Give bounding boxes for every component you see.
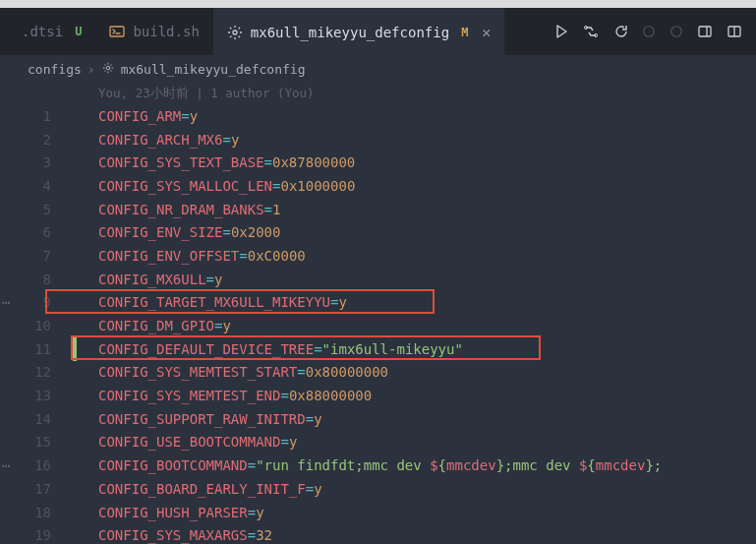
toggle-side-icon[interactable] (697, 24, 713, 39)
breadcrumb[interactable]: configs › mx6ull_mikeyyu_defconfig (0, 55, 756, 83)
code-text: CONFIG_ENV_OFFSET=0xC0000 (73, 248, 306, 264)
code-line[interactable]: 13CONFIG_SYS_MEMTEST_END=0x88000000 (0, 384, 756, 407)
line-number: 16 (0, 457, 73, 473)
diff-marker (73, 337, 77, 361)
svg-rect-6 (699, 27, 711, 36)
line-number: 15 (0, 434, 73, 450)
line-number: 10 (0, 318, 73, 333)
breadcrumb-segment: configs (28, 62, 82, 77)
code-editor[interactable]: 1CONFIG_ARM=y2CONFIG_ARCH_MX6=y3CONFIG_S… (0, 104, 756, 544)
terminal-icon (109, 24, 125, 39)
code-line[interactable]: 8CONFIG_MX6ULL=y (0, 268, 756, 291)
next-change-icon[interactable] (669, 25, 683, 38)
code-line[interactable]: 12CONFIG_SYS_MEMTEST_START=0x80000000 (0, 361, 756, 385)
svg-point-10 (106, 66, 110, 70)
line-number: 17 (0, 481, 73, 497)
code-text: CONFIG_SYS_MEMTEST_START=0x80000000 (73, 364, 388, 380)
code-line[interactable]: 19CONFIG_SYS_MAXARGS=32 (0, 523, 756, 544)
code-text: CONFIG_BOOTCOMMAND="run findfdt;mmc dev … (73, 457, 662, 473)
code-text: CONFIG_USE_BOOTCOMMAND=y (73, 434, 297, 450)
line-number: 6 (0, 224, 73, 240)
line-number: 18 (0, 505, 73, 520)
code-text: CONFIG_ARCH_MX6=y (73, 132, 239, 148)
tab-build-sh[interactable]: build.sh (95, 8, 212, 55)
svg-point-1 (233, 30, 237, 34)
code-text: CONFIG_NR_DRAM_BANKS=1 (73, 202, 280, 217)
tab-label: .dtsi (22, 24, 63, 39)
code-line[interactable]: 17CONFIG_BOARD_EARLY_INIT_F=y (0, 477, 756, 501)
tab-label: build.sh (133, 24, 199, 39)
svg-rect-0 (110, 27, 124, 36)
diff-icon[interactable] (583, 24, 599, 39)
line-number: 7 (0, 248, 73, 264)
run-icon[interactable] (553, 24, 569, 39)
svg-point-4 (644, 27, 655, 37)
code-line[interactable]: 2CONFIG_ARCH_MX6=y (0, 128, 756, 151)
line-number: 9 (0, 294, 73, 310)
code-text: CONFIG_SYS_MALLOC_LEN=0x1000000 (73, 178, 355, 194)
tab-label: mx6ull_mikeyyu_defconfig (251, 25, 449, 40)
code-text: CONFIG_HUSH_PARSER=y (73, 505, 264, 520)
code-text: CONFIG_BOARD_EARLY_INIT_F=y (73, 481, 322, 497)
line-number: 11 (0, 341, 73, 357)
tab-status-modified: M (461, 26, 468, 39)
collapse-indicator-icon[interactable]: ⋯ (2, 457, 10, 473)
window-titlebar (0, 0, 756, 8)
code-line[interactable]: 11CONFIG_DEFAULT_DEVICE_TREE="imx6ull-mi… (0, 337, 756, 361)
code-text: CONFIG_SUPPORT_RAW_INITRD=y (73, 411, 322, 427)
revert-icon[interactable] (612, 24, 628, 39)
line-number: 4 (0, 178, 73, 194)
code-text: CONFIG_SYS_MEMTEST_END=0x88000000 (73, 388, 372, 403)
code-line[interactable]: ⋯9CONFIG_TARGET_MX6ULL_MIKEYYU=y (0, 291, 756, 315)
code-line[interactable]: 5CONFIG_NR_DRAM_BANKS=1 (0, 198, 756, 221)
line-number: 13 (0, 388, 73, 403)
gear-icon (101, 61, 115, 78)
code-line[interactable]: 4CONFIG_SYS_MALLOC_LEN=0x1000000 (0, 174, 756, 198)
chevron-right-icon: › (87, 62, 95, 77)
code-line[interactable]: 1CONFIG_ARM=y (0, 104, 756, 128)
line-number: 8 (0, 272, 73, 287)
line-number: 1 (0, 108, 73, 124)
close-icon[interactable]: ✕ (482, 24, 491, 41)
code-line[interactable]: 18CONFIG_HUSH_PARSER=y (0, 501, 756, 524)
code-line[interactable]: 14CONFIG_SUPPORT_RAW_INITRD=y (0, 407, 756, 431)
code-text: CONFIG_DM_GPIO=y (73, 318, 231, 333)
code-text: CONFIG_SYS_TEXT_BASE=0x87800000 (73, 154, 355, 170)
editor-actions (553, 24, 748, 39)
tab-dtsi[interactable]: .dtsi U (8, 8, 95, 55)
code-text: CONFIG_TARGET_MX6ULL_MIKEYYU=y (73, 294, 347, 310)
prev-change-icon[interactable] (642, 25, 656, 38)
line-number: 2 (0, 132, 73, 148)
code-line[interactable]: ⋯16CONFIG_BOOTCOMMAND="run findfdt;mmc d… (0, 453, 756, 477)
code-text: CONFIG_ENV_SIZE=0x2000 (73, 224, 280, 240)
code-line[interactable]: 10CONFIG_DM_GPIO=y (0, 314, 756, 337)
collapse-indicator-icon[interactable]: ⋯ (2, 294, 10, 310)
git-blame-annotation: You, 23小时前 | 1 author (You) (0, 83, 756, 104)
code-line[interactable]: 7CONFIG_ENV_OFFSET=0xC0000 (0, 244, 756, 268)
code-text: CONFIG_MX6ULL=y (73, 272, 222, 287)
tab-defconfig[interactable]: mx6ull_mikeyyu_defconfig M ✕ (213, 8, 505, 55)
line-number: 19 (0, 527, 73, 543)
gear-icon (227, 25, 243, 40)
line-number: 5 (0, 202, 73, 217)
code-line[interactable]: 3CONFIG_SYS_TEXT_BASE=0x87800000 (0, 151, 756, 174)
line-number: 12 (0, 364, 73, 380)
svg-point-5 (671, 27, 682, 37)
code-line[interactable]: 15CONFIG_USE_BOOTCOMMAND=y (0, 431, 756, 454)
code-text: CONFIG_ARM=y (73, 108, 198, 124)
line-number: 3 (0, 154, 73, 170)
code-text: CONFIG_SYS_MAXARGS=32 (73, 527, 272, 543)
code-text: CONFIG_DEFAULT_DEVICE_TREE="imx6ull-mike… (73, 341, 463, 357)
line-number: 14 (0, 411, 73, 427)
tab-status-untracked: U (75, 25, 82, 38)
code-line[interactable]: 6CONFIG_ENV_SIZE=0x2000 (0, 220, 756, 244)
breadcrumb-segment: mx6ull_mikeyyu_defconfig (121, 62, 306, 77)
tab-bar: .dtsi U build.sh mx6ull_mikeyyu_defconfi… (0, 8, 756, 55)
split-editor-icon[interactable] (727, 24, 742, 39)
